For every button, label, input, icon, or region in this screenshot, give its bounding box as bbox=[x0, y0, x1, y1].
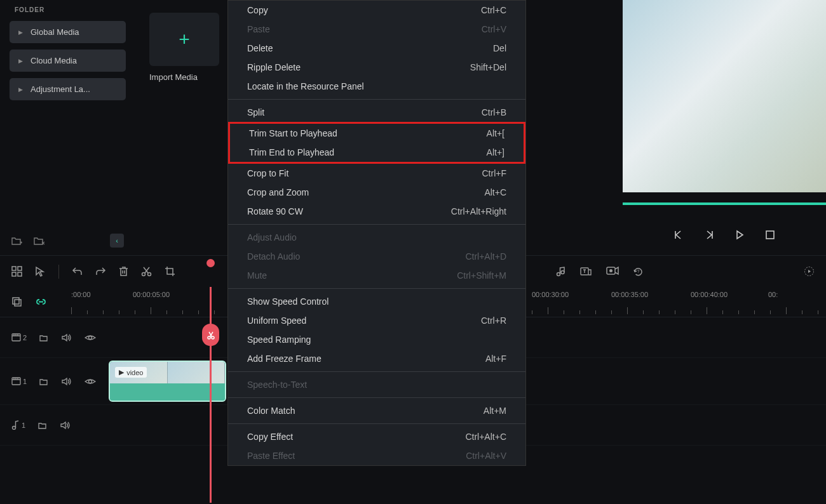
menu-item-color-match[interactable]: Color MatchAlt+M bbox=[228, 401, 525, 420]
next-frame-button[interactable] bbox=[703, 229, 715, 241]
crop-icon[interactable] bbox=[165, 266, 175, 277]
svg-text:?: ? bbox=[637, 269, 640, 274]
link-icon[interactable] bbox=[35, 296, 47, 307]
play-icon: ▶ bbox=[119, 368, 124, 376]
stop-button[interactable] bbox=[764, 229, 776, 241]
context-menu: CopyCtrl+CPasteCtrl+VDeleteDelRipple Del… bbox=[227, 0, 526, 466]
record-tool-icon[interactable] bbox=[606, 266, 619, 277]
ruler-time: :00:00 bbox=[71, 291, 91, 298]
menu-item-speed-ramping[interactable]: Speed Ramping bbox=[228, 330, 525, 349]
refresh-tool-icon[interactable]: ? bbox=[633, 266, 644, 277]
menu-item-label: Ripple Delete bbox=[247, 62, 301, 72]
menu-item-crop-and-zoom[interactable]: Crop and ZoomAlt+C bbox=[228, 183, 525, 202]
menu-item-trim-start-to-playhead[interactable]: Trim Start to PlayheadAlt+[ bbox=[230, 124, 524, 143]
svg-point-21 bbox=[208, 336, 210, 339]
menu-item-shortcut: Alt+M bbox=[484, 406, 506, 416]
grid-icon[interactable] bbox=[11, 266, 22, 277]
collapse-sidebar-button[interactable]: ‹ bbox=[110, 234, 124, 248]
track-lock-icon[interactable] bbox=[39, 333, 49, 342]
chevron-right-icon: ▶ bbox=[18, 58, 23, 64]
menu-item-copy[interactable]: CopyCtrl+C bbox=[228, 1, 525, 20]
sidebar-item-adjustment-layer[interactable]: ▶ Adjustment La... bbox=[10, 78, 126, 100]
redo-icon[interactable] bbox=[95, 266, 106, 277]
svg-rect-0 bbox=[766, 231, 774, 239]
menu-item-shortcut: Ctrl+Alt+C bbox=[465, 432, 506, 442]
menu-item-label: Mute bbox=[247, 270, 267, 281]
preview-progress-bar[interactable] bbox=[623, 202, 826, 205]
track-mute-icon[interactable] bbox=[62, 377, 72, 386]
svg-rect-2 bbox=[18, 267, 22, 270]
menu-separator bbox=[228, 371, 525, 372]
track-lock-icon[interactable] bbox=[38, 421, 48, 429]
menu-item-ripple-delete[interactable]: Ripple DeleteShift+Del bbox=[228, 58, 525, 77]
menu-item-label: Delete bbox=[247, 43, 273, 53]
menu-item-delete[interactable]: DeleteDel bbox=[228, 39, 525, 58]
track-type-icon[interactable]: 2 bbox=[11, 333, 27, 342]
import-media-tile[interactable]: + bbox=[149, 13, 219, 66]
track-type-icon[interactable]: 1 bbox=[11, 420, 25, 430]
menu-item-show-speed-control[interactable]: Show Speed Control bbox=[228, 292, 525, 311]
audio-tool-icon[interactable] bbox=[555, 266, 566, 277]
menu-item-label: Speech-to-Text bbox=[247, 380, 307, 390]
track-lock-icon[interactable] bbox=[39, 377, 49, 385]
menu-item-uniform-speed[interactable]: Uniform SpeedCtrl+R bbox=[228, 311, 525, 330]
chevron-right-icon: ▶ bbox=[18, 86, 23, 93]
svg-point-5 bbox=[142, 273, 146, 276]
svg-rect-15 bbox=[15, 300, 21, 306]
chevron-right-icon: ▶ bbox=[18, 29, 23, 36]
marker-icon[interactable] bbox=[11, 296, 22, 307]
ruler-time: 00: bbox=[768, 291, 778, 298]
menu-item-crop-to-fit[interactable]: Crop to FitCtrl+F bbox=[228, 164, 525, 183]
sidebar-item-label: Cloud Media bbox=[30, 56, 77, 65]
menu-item-adjust-audio: Adjust Audio bbox=[228, 228, 525, 247]
sidebar-item-global-media[interactable]: ▶ Global Media bbox=[10, 21, 126, 43]
play-button[interactable] bbox=[734, 229, 745, 241]
menu-item-trim-end-to-playhead[interactable]: Trim End to PlayheadAlt+] bbox=[230, 143, 524, 162]
menu-item-add-freeze-frame[interactable]: Add Freeze FrameAlt+F bbox=[228, 349, 525, 368]
sidebar-item-label: Global Media bbox=[30, 27, 79, 37]
menu-item-shortcut: Alt+C bbox=[484, 187, 506, 197]
menu-separator bbox=[228, 288, 525, 289]
sidebar-item-cloud-media[interactable]: ▶ Cloud Media bbox=[10, 50, 126, 72]
undo-icon[interactable] bbox=[72, 266, 83, 277]
text-tool-icon[interactable] bbox=[580, 266, 592, 277]
prev-frame-button[interactable] bbox=[673, 229, 684, 241]
svg-rect-14 bbox=[13, 298, 19, 304]
track-mute-icon[interactable] bbox=[60, 421, 71, 430]
playhead-marker bbox=[207, 259, 215, 267]
new-folder-icon[interactable] bbox=[11, 236, 22, 246]
menu-separator bbox=[228, 397, 525, 398]
menu-item-rotate-90-cw[interactable]: Rotate 90 CWCtrl+Alt+Right bbox=[228, 202, 525, 221]
playhead[interactable] bbox=[210, 287, 212, 503]
menu-item-label: Speed Ramping bbox=[247, 335, 311, 345]
menu-separator bbox=[228, 423, 525, 424]
render-icon[interactable] bbox=[804, 266, 815, 277]
menu-item-split[interactable]: SplitCtrl+B bbox=[228, 103, 525, 122]
menu-item-shortcut: Shift+Del bbox=[470, 62, 506, 72]
menu-item-mute: MuteCtrl+Shift+M bbox=[228, 266, 525, 285]
menu-item-label: Trim End to Playhead bbox=[249, 147, 334, 157]
menu-item-locate-in-the-resource-panel[interactable]: Locate in the Resource Panel bbox=[228, 77, 525, 96]
svg-point-11 bbox=[609, 269, 613, 272]
sidebar: FOLDER ▶ Global Media ▶ Cloud Media ▶ Ad… bbox=[0, 0, 135, 255]
menu-item-label: Copy Effect bbox=[247, 432, 293, 442]
menu-item-shortcut: Ctrl+C bbox=[481, 5, 506, 15]
playhead-handle[interactable] bbox=[202, 324, 219, 346]
sidebar-item-label: Adjustment La... bbox=[30, 84, 90, 94]
timeline-clip[interactable]: ▶video bbox=[109, 361, 226, 402]
menu-item-copy-effect[interactable]: Copy EffectCtrl+Alt+C bbox=[228, 427, 525, 446]
track-type-icon[interactable]: 1 bbox=[11, 377, 27, 385]
track-visibility-icon[interactable] bbox=[85, 378, 96, 385]
cut-icon[interactable] bbox=[141, 266, 152, 277]
menu-item-paste-effect: Paste EffectCtrl+Alt+V bbox=[228, 446, 525, 465]
cursor-icon[interactable] bbox=[35, 266, 46, 277]
track-mute-icon[interactable] bbox=[62, 333, 72, 342]
menu-item-shortcut: Ctrl+F bbox=[482, 168, 507, 178]
svg-point-6 bbox=[148, 273, 151, 276]
track-visibility-icon[interactable] bbox=[85, 334, 96, 342]
ruler-time: 00:00:35:00 bbox=[611, 291, 648, 298]
menu-item-label: Color Match bbox=[247, 406, 295, 416]
menu-item-label: Locate in the Resource Panel bbox=[247, 81, 364, 91]
delete-folder-icon[interactable] bbox=[34, 236, 44, 246]
delete-icon[interactable] bbox=[119, 266, 128, 277]
